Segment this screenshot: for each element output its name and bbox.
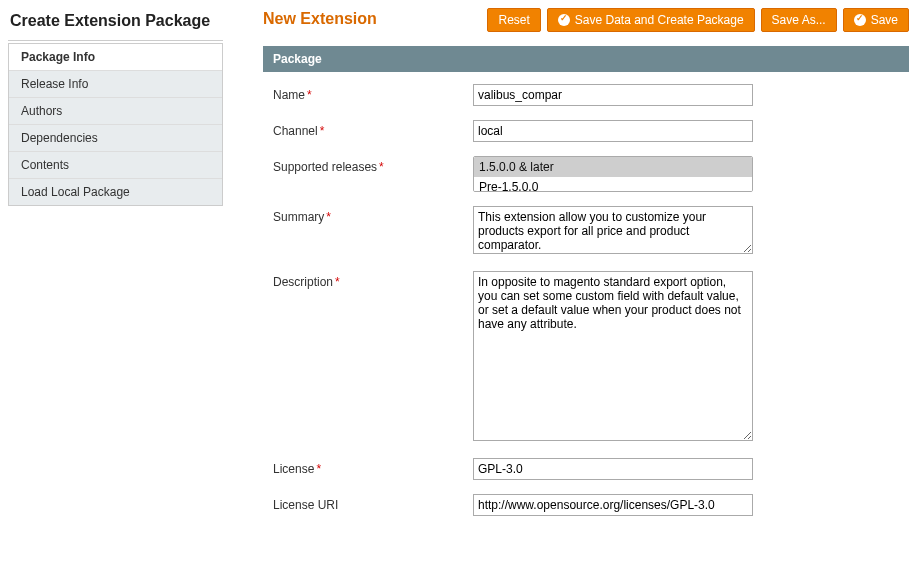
page-title: New Extension bbox=[263, 8, 377, 28]
sidebar-item-package-info[interactable]: Package Info bbox=[9, 44, 222, 71]
save-button[interactable]: Save bbox=[843, 8, 909, 32]
button-row: Reset Save Data and Create Package Save … bbox=[487, 8, 909, 32]
supported-releases-select[interactable]: 1.5.0.0 & later Pre-1.5.0.0 bbox=[473, 156, 753, 192]
main-content: New Extension Reset Save Data and Create… bbox=[223, 8, 909, 536]
row-license-uri: License URI bbox=[273, 494, 899, 516]
sidebar-item-dependencies[interactable]: Dependencies bbox=[9, 125, 222, 152]
sidebar-title: Create Extension Package bbox=[8, 8, 223, 41]
section-header: Package bbox=[263, 46, 909, 72]
sidebar: Create Extension Package Package Info Re… bbox=[8, 8, 223, 536]
row-summary: Summary* bbox=[273, 206, 899, 257]
label-license: License* bbox=[273, 458, 473, 476]
description-textarea[interactable] bbox=[473, 271, 753, 441]
label-summary: Summary* bbox=[273, 206, 473, 224]
name-input[interactable] bbox=[473, 84, 753, 106]
label-license-uri: License URI bbox=[273, 494, 473, 512]
check-icon bbox=[558, 14, 570, 26]
save-create-button[interactable]: Save Data and Create Package bbox=[547, 8, 755, 32]
release-option-2[interactable]: Pre-1.5.0.0 bbox=[474, 177, 752, 192]
sidebar-nav: Package Info Release Info Authors Depend… bbox=[8, 43, 223, 206]
form-body: Name* Channel* Supported releases* 1.5.0… bbox=[263, 72, 909, 536]
row-name: Name* bbox=[273, 84, 899, 106]
label-channel: Channel* bbox=[273, 120, 473, 138]
row-description: Description* bbox=[273, 271, 899, 444]
save-label: Save bbox=[871, 13, 898, 27]
reset-button[interactable]: Reset bbox=[487, 8, 540, 32]
save-as-button[interactable]: Save As... bbox=[761, 8, 837, 32]
summary-textarea[interactable] bbox=[473, 206, 753, 254]
release-option-1[interactable]: 1.5.0.0 & later bbox=[474, 157, 752, 177]
label-name: Name* bbox=[273, 84, 473, 102]
license-uri-input[interactable] bbox=[473, 494, 753, 516]
license-input[interactable] bbox=[473, 458, 753, 480]
save-create-label: Save Data and Create Package bbox=[575, 13, 744, 27]
label-description: Description* bbox=[273, 271, 473, 289]
channel-input[interactable] bbox=[473, 120, 753, 142]
row-license: License* bbox=[273, 458, 899, 480]
row-channel: Channel* bbox=[273, 120, 899, 142]
sidebar-item-authors[interactable]: Authors bbox=[9, 98, 222, 125]
check-icon bbox=[854, 14, 866, 26]
sidebar-item-release-info[interactable]: Release Info bbox=[9, 71, 222, 98]
row-supported-releases: Supported releases* 1.5.0.0 & later Pre-… bbox=[273, 156, 899, 192]
sidebar-item-load-local[interactable]: Load Local Package bbox=[9, 179, 222, 205]
label-supported-releases: Supported releases* bbox=[273, 156, 473, 174]
sidebar-item-contents[interactable]: Contents bbox=[9, 152, 222, 179]
topbar: New Extension Reset Save Data and Create… bbox=[263, 8, 909, 32]
